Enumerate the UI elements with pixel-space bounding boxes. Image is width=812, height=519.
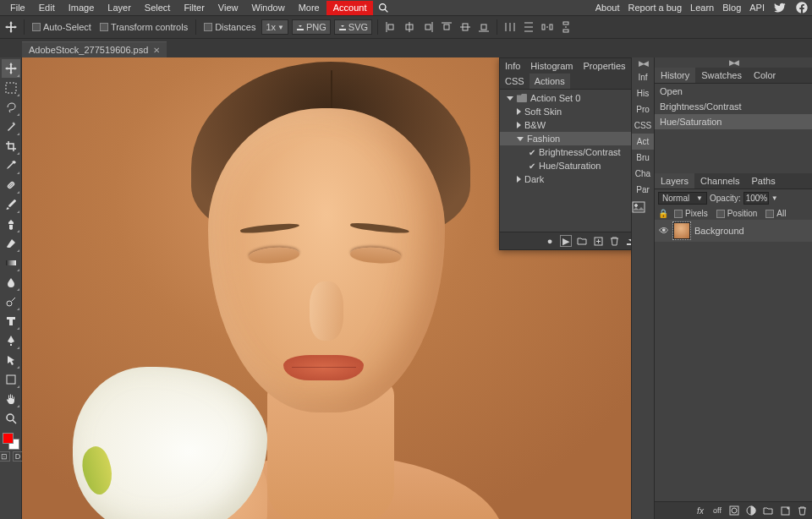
history-item-brightness[interactable]: Brightness/Contrast [655, 99, 812, 114]
action-bw[interactable]: B&W [500, 118, 631, 132]
healing-tool[interactable] [2, 176, 20, 194]
zoom-tool[interactable] [2, 409, 20, 428]
facebook-icon[interactable] [795, 1, 809, 14]
blur-tool[interactable] [2, 273, 20, 292]
play-icon[interactable]: ▶ [560, 235, 572, 247]
eyedropper-tool[interactable] [2, 156, 20, 175]
menu-select[interactable]: Select [138, 1, 178, 15]
document-tab[interactable]: AdobeStock_277519606.psd ✕ [22, 41, 167, 57]
lock-position-checkbox[interactable]: Position [714, 209, 760, 218]
collapsed-brush[interactable]: Bru [632, 150, 654, 166]
new-folder-icon[interactable] [762, 505, 774, 516]
path-select-tool[interactable] [2, 351, 20, 369]
shape-tool[interactable] [2, 370, 20, 389]
foreground-color-swatch[interactable] [3, 433, 14, 444]
menu-view[interactable]: View [211, 1, 245, 15]
menu-file[interactable]: File [3, 1, 32, 15]
layer-row-background[interactable]: 👁 Background [655, 220, 812, 242]
distances-checkbox[interactable]: Distances [201, 22, 258, 32]
move-tool-icon[interactable] [3, 19, 19, 35]
dodge-tool[interactable] [2, 292, 20, 311]
history-item-huesat[interactable]: Hue/Saturation [655, 114, 812, 129]
align-top-icon[interactable] [439, 19, 454, 35]
history-tab[interactable]: History [655, 68, 695, 83]
pixel-ratio-dropdown[interactable]: 1x▼ [261, 19, 288, 35]
trash-icon[interactable] [796, 505, 808, 516]
color-swatches[interactable] [2, 432, 20, 451]
blend-mode-dropdown[interactable]: Normal▼ [658, 192, 707, 205]
action-step-brightness[interactable]: ✔Brightness/Contrast [500, 145, 631, 159]
paths-tab[interactable]: Paths [746, 173, 782, 188]
panel-tab-actions[interactable]: Actions [529, 74, 570, 89]
lasso-tool[interactable] [2, 98, 20, 117]
link-about[interactable]: About [595, 3, 620, 13]
align-bottom-icon[interactable] [476, 19, 491, 35]
collapsed-css[interactable]: CSS [632, 117, 654, 134]
lock-all-checkbox[interactable]: All [763, 209, 788, 218]
link-blog[interactable]: Blog [722, 3, 741, 13]
clone-tool[interactable] [2, 215, 20, 233]
type-tool[interactable] [2, 312, 20, 331]
color-tab[interactable]: Color [748, 68, 782, 83]
channels-tab[interactable]: Channels [694, 173, 745, 188]
panel-collapse-icon[interactable]: ▶◀ [655, 57, 812, 68]
align-right-icon[interactable] [420, 19, 436, 35]
opacity-flyout-icon[interactable]: ▼ [771, 194, 778, 202]
export-svg-button[interactable]: SVG [334, 19, 372, 35]
transform-controls-checkbox[interactable]: Transform controls [97, 22, 190, 32]
menu-account[interactable]: Account [326, 1, 374, 15]
marquee-tool[interactable] [2, 79, 20, 97]
menu-more[interactable]: More [292, 1, 326, 15]
align-center-h-icon[interactable] [402, 19, 417, 35]
opacity-input[interactable]: 100% [743, 192, 769, 205]
new-folder-icon[interactable] [576, 235, 588, 247]
collapsed-info[interactable]: Inf [632, 69, 654, 85]
menu-filter[interactable]: Filter [177, 1, 211, 15]
layer-thumbnail[interactable] [673, 222, 690, 239]
collapsed-thumb[interactable] [632, 198, 654, 216]
panel-tab-histogram[interactable]: Histogram [525, 58, 578, 74]
record-icon[interactable]: ● [544, 235, 556, 247]
menu-window[interactable]: Window [245, 1, 292, 15]
collapsed-history[interactable]: His [632, 85, 654, 101]
brush-tool[interactable] [2, 195, 20, 214]
close-tab-icon[interactable]: ✕ [153, 46, 160, 55]
panel-tab-properties[interactable]: Properties [578, 58, 630, 74]
gradient-tool[interactable] [2, 254, 20, 272]
actions-panel[interactable]: Info Histogram Properties CSS Actions Ac… [499, 57, 631, 250]
link-api[interactable]: API [749, 3, 765, 13]
eraser-tool[interactable] [2, 234, 20, 253]
export-png-button[interactable]: PNG [292, 19, 331, 35]
panel-tab-css[interactable]: CSS [500, 74, 529, 89]
trash-icon[interactable] [608, 235, 620, 247]
align-middle-icon[interactable] [458, 19, 473, 35]
link-learn[interactable]: Learn [690, 3, 714, 13]
new-layer-icon[interactable] [779, 505, 791, 516]
quickmask-toggle[interactable]: ⊡D [2, 451, 20, 462]
search-icon[interactable] [373, 1, 394, 15]
new-action-icon[interactable] [592, 235, 604, 247]
distribute-v-icon[interactable] [521, 19, 536, 35]
twitter-icon[interactable] [773, 1, 787, 14]
lock-pixels-checkbox[interactable]: Pixels [672, 209, 710, 218]
magic-wand-tool[interactable] [2, 117, 20, 136]
collapsed-character[interactable]: Cha [632, 166, 654, 182]
mask-icon[interactable] [728, 505, 740, 516]
action-soft-skin[interactable]: Soft Skin [500, 105, 631, 118]
auto-select-checkbox[interactable]: Auto-Select [30, 22, 94, 32]
crop-tool[interactable] [2, 137, 20, 156]
panel-tab-info[interactable]: Info [500, 58, 525, 74]
move-tool[interactable] [2, 59, 20, 78]
panel-collapse-icon[interactable]: ▶◀ [637, 57, 649, 69]
fx-icon[interactable]: fx [694, 505, 706, 516]
layers-tab[interactable]: Layers [655, 173, 694, 188]
align-left-icon[interactable] [383, 19, 398, 35]
distribute-spacing-v-icon[interactable] [558, 19, 573, 35]
action-dark[interactable]: Dark [500, 172, 631, 186]
action-fashion[interactable]: Fashion [500, 132, 631, 145]
collapsed-paragraph[interactable]: Par [632, 182, 654, 198]
action-set[interactable]: Action Set 0 [500, 91, 631, 105]
menu-layer[interactable]: Layer [101, 1, 138, 15]
download-icon[interactable] [624, 235, 631, 247]
hand-tool[interactable] [2, 390, 20, 408]
